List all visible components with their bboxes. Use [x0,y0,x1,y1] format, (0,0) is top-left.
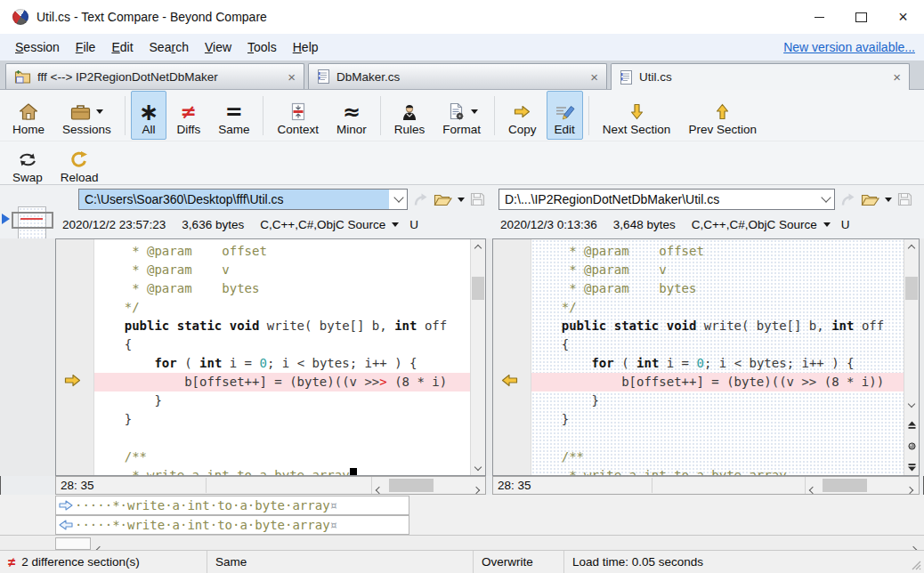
right-browse-folder-button[interactable] [861,192,879,206]
copy-button[interactable]: Copy [500,91,545,140]
left-code-editor[interactable]: * @param offset * @param v * @param byte… [94,239,471,475]
format-button[interactable]: Format [434,91,489,140]
center-current-button[interactable] [904,435,919,456]
triangle-down-icon [458,198,465,202]
detail-horizontal-scrollbar[interactable] [0,535,924,550]
scroll-up-button[interactable] [471,239,485,254]
diff-count-text: 2 difference section(s) [21,555,140,569]
swap-button[interactable]: Swap [4,139,51,188]
button-label: Next Section [603,123,671,136]
code-line: /** [94,448,471,466]
line-status-row: 28: 35 28: 35 [0,476,924,495]
left-horizontal-scrollbar[interactable] [371,477,485,494]
menu-help[interactable]: Help [285,36,327,58]
scroll-down-button[interactable] [904,398,919,412]
menu-view[interactable]: View [197,36,239,58]
diff-count-section: ≠ 2 difference section(s) [0,551,207,573]
right-folder-dropdown[interactable] [885,198,892,202]
divider [206,478,207,493]
right-code-editor[interactable]: * @param offset * @param v * @param byte… [531,239,904,475]
right-vertical-scrollbar[interactable] [904,239,919,475]
right-file-encoding: U [841,218,850,231]
prev-diff-button[interactable] [904,414,919,435]
code-line: * write a int to a byte array [94,466,471,475]
reload-icon [70,150,88,168]
rules-button[interactable]: Rules [386,91,434,140]
new-version-link[interactable]: New version available... [783,40,915,54]
tab-util-cs[interactable]: Util.cs× [611,63,910,90]
close-button[interactable]: × [882,0,924,34]
menu-edit[interactable]: Edit [103,36,141,58]
tab-close-icon[interactable]: × [893,69,901,85]
code-line: { [531,335,904,354]
left-browse-folder-button[interactable] [434,192,452,206]
toolbar-separator [588,96,589,135]
button-label: Context [277,123,319,136]
diffs-button[interactable]: ≠Diffs [168,91,208,140]
code-line: * @param offset [94,242,471,261]
all-button[interactable]: ∗All [131,91,167,140]
home-button[interactable]: Home [4,91,53,140]
code-line [531,429,904,448]
scroll-down-button[interactable] [471,461,485,475]
not-equal-icon: ≠ [8,554,15,569]
text-cursor [350,468,357,475]
window-title: Util.cs - Text Compare - Beyond Compare [36,10,267,24]
right-horizontal-scrollbar[interactable] [805,477,919,494]
scroll-up-button[interactable] [904,239,919,254]
sessions-button[interactable]: Sessions [54,91,119,140]
scroll-right-button[interactable] [907,482,915,496]
menu-tools[interactable]: Tools [239,36,285,58]
right-path-combo[interactable]: D:\...\IP2RegionDotNetDbMaker\Util.cs [498,189,835,210]
right-file-date: 2020/12/3 0:13:36 [500,218,597,231]
left-path-dropdown-button[interactable] [389,190,407,209]
scrollbar-thumb[interactable] [905,277,918,300]
scrollbar-thumb[interactable] [472,277,484,300]
scroll-right-button[interactable] [474,482,482,496]
dropdown-arrow-icon[interactable] [471,109,478,114]
tab-fff-ip2regiondotnetdbmaker[interactable]: fff <--> IP2RegionDotNetDbMaker× [5,63,304,89]
format-dropdown-icon[interactable] [392,222,399,227]
scrollbar-thumb[interactable] [823,479,867,492]
context-button[interactable]: Context [269,91,327,140]
right-path-dropdown-button[interactable] [816,190,834,209]
left-file-format[interactable]: C,C++,C#,ObjC Source [260,218,385,231]
briefcase-icon [70,103,91,121]
tab-close-icon[interactable]: × [288,69,296,85]
menu-items: SessionFileEditSearchViewToolsHelp [7,36,327,58]
triangle-down-icon [885,198,892,202]
next-section-button[interactable]: Next Section [595,91,679,140]
dropdown-arrow-icon[interactable] [96,109,103,114]
left-save-icon [470,192,485,206]
scrollbar-thumb[interactable] [389,479,434,492]
code-line: * @param v [531,261,904,279]
overwrite-mode-toggle[interactable]: Overwrite [473,551,563,573]
chevron-right-icon [473,487,480,494]
same-button[interactable]: =Same [210,91,257,140]
scroll-left-button[interactable] [807,482,815,496]
maximize-button[interactable] [840,0,882,34]
left-folder-dropdown[interactable] [458,198,465,202]
tab-close-icon[interactable]: × [590,69,598,85]
prev-section-button[interactable]: Prev Section [680,91,765,140]
resize-grip[interactable] [911,560,922,571]
minor-button[interactable]: ≈Minor [328,91,375,140]
scroll-left-button[interactable] [374,482,382,496]
menu-search[interactable]: Search [142,36,197,58]
format-dropdown-icon[interactable] [823,222,831,227]
right-cursor-position: 28: 35 [498,479,531,492]
tab-dbmaker-cs[interactable]: DbMaker.cs× [308,63,607,89]
next-diff-button[interactable] [904,456,919,478]
menu-file[interactable]: File [68,36,104,58]
reload-button[interactable]: Reload [53,139,107,188]
right-file-format[interactable]: C,C++,C#,ObjC Source [692,218,817,231]
menu-session[interactable]: Session [7,36,68,58]
minimize-button[interactable] [798,0,840,34]
chevron-down-icon [474,463,482,470]
left-vertical-scrollbar[interactable] [470,239,485,475]
line-compare-status: Same [207,551,473,573]
overview-viewport[interactable] [12,212,53,229]
left-path-combo[interactable]: C:\Users\Soar360\Desktop\fff\Util.cs [78,189,408,210]
edit-button[interactable]: Edit [547,91,583,140]
button-label: Diffs [176,123,200,136]
